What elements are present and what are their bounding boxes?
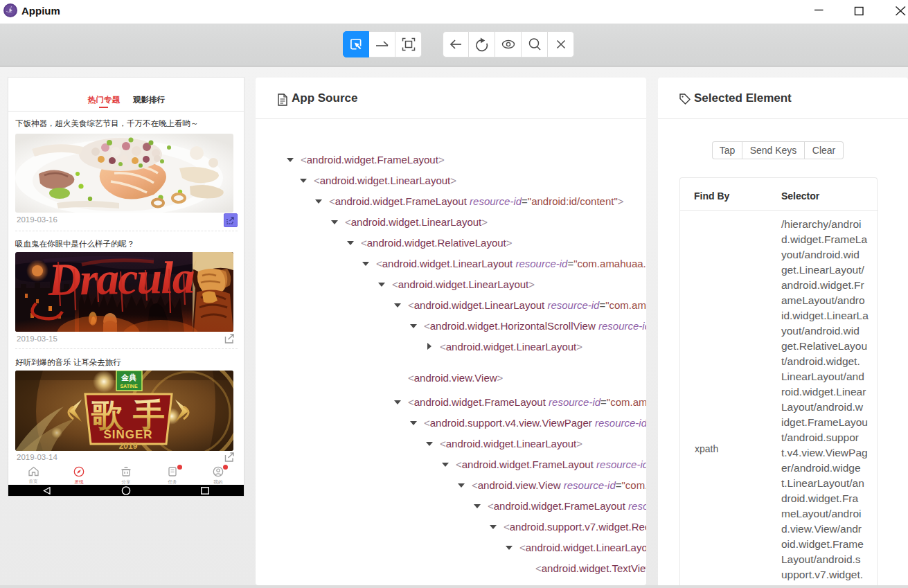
- svg-text:2019: 2019: [119, 441, 138, 451]
- svg-text:金典: 金典: [121, 373, 136, 382]
- svg-text:SATINE: SATINE: [120, 384, 137, 389]
- svg-text:SINGER: SINGER: [103, 428, 152, 441]
